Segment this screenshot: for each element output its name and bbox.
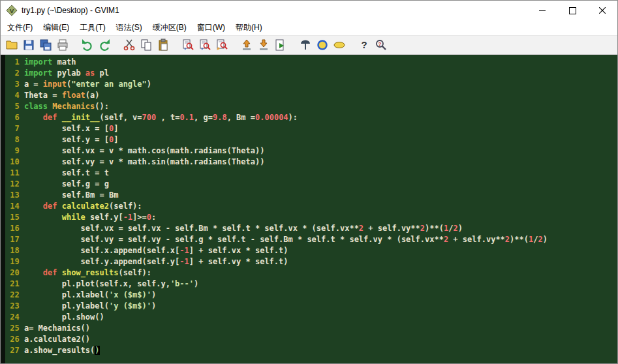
line-number: 1 — [5, 57, 24, 67]
line-number: 8 — [5, 135, 24, 144]
code-area[interactable]: 1 import math 2 import pylab as pl 3 a =… — [5, 55, 617, 363]
line-number: 17 — [5, 235, 24, 244]
build-tags-icon — [316, 38, 329, 52]
code-line[interactable]: 20 def show_results(self): — [5, 267, 617, 279]
find-prev-button[interactable] — [196, 37, 213, 53]
maximize-button[interactable] — [557, 1, 587, 20]
line-number: 14 — [5, 202, 24, 211]
code-line[interactable]: 26 a.calculate2() — [5, 334, 617, 345]
line-number: 4 — [5, 91, 24, 100]
jump-to-tag-button[interactable] — [331, 37, 348, 53]
code-line[interactable]: 5 class Mechanics(): — [5, 101, 617, 112]
line-number: 3 — [5, 80, 24, 89]
save-button[interactable] — [20, 37, 37, 53]
line-number: 21 — [5, 279, 24, 288]
code-line[interactable]: 24 pl.show() — [5, 312, 617, 323]
line-number: 22 — [5, 290, 24, 299]
code-line[interactable]: 10 self.vy = v * math.sin(math.radians(T… — [5, 157, 617, 168]
menu-item-buffers[interactable]: 缓冲区(B) — [147, 20, 192, 35]
code-line[interactable]: 19 self.y.append(self.y[-1] + self.vy * … — [5, 256, 617, 267]
title-bar: V try1.py (~\Desktop) - GVIM1 — [1, 1, 617, 20]
code-line[interactable]: 21 pl.plot(self.x, self.y,'b--') — [5, 279, 617, 290]
menu-item-edit[interactable]: 编辑(E) — [38, 20, 74, 35]
menu-item-tools[interactable]: 工具(T) — [74, 20, 110, 35]
line-number: 6 — [5, 113, 24, 122]
code-line[interactable]: 6 def __init__(self, v=700 , t=0.1, g=9.… — [5, 112, 617, 123]
code-line[interactable]: 11 self.t = t — [5, 168, 617, 179]
make-button[interactable] — [297, 37, 314, 53]
line-number: 15 — [5, 213, 24, 222]
line-number: 10 — [5, 157, 24, 166]
svg-text:?: ? — [361, 39, 367, 50]
code-line[interactable]: 18 self.x.append(self.x[-1] + self.vx * … — [5, 245, 617, 256]
menu-item-help[interactable]: 帮助(H) — [230, 20, 268, 35]
find-replace-icon — [215, 38, 228, 52]
code-line[interactable]: 23 pl.ylabel('y ($m$)') — [5, 301, 617, 312]
find-replace-button[interactable] — [213, 37, 230, 53]
code-line[interactable]: 2 import pylab as pl — [5, 68, 617, 79]
code-line[interactable]: 22 pl.xlabel('x ($m$)') — [5, 290, 617, 301]
code-line[interactable]: 17 self.vy = self.vy - self.g * self.t -… — [5, 234, 617, 245]
window-title: try1.py (~\Desktop) - GVIM1 — [22, 6, 119, 15]
copy-button[interactable] — [138, 37, 155, 53]
window-controls — [527, 1, 617, 20]
redo-icon — [98, 38, 111, 52]
undo-button[interactable] — [79, 37, 96, 53]
line-number: 25 — [5, 324, 24, 333]
paste-button[interactable] — [155, 37, 172, 53]
undo-icon — [81, 38, 94, 52]
find-next-icon — [181, 38, 194, 52]
line-number: 16 — [5, 224, 24, 233]
code-line[interactable]: 13 self.Bm = Bm — [5, 190, 617, 201]
code-line[interactable]: 27 a.show_results() — [5, 345, 617, 356]
menu-item-syntax[interactable]: 语法(S) — [111, 20, 147, 35]
load-session-button[interactable] — [238, 37, 255, 53]
code-line[interactable]: 12 self.g = g — [5, 179, 617, 190]
toolbar: ?? — [1, 35, 617, 55]
code-line[interactable]: 9 self.vx = v * math.cos(math.radians(Th… — [5, 145, 617, 157]
help-button[interactable]: ? — [356, 37, 373, 53]
code-line[interactable]: 15 while self.y[-1]>=0: — [5, 212, 617, 223]
line-number: 7 — [5, 124, 24, 133]
build-tags-button[interactable] — [314, 37, 331, 53]
menu-item-file[interactable]: 文件(F) — [2, 20, 38, 35]
code-line[interactable]: 14 def calculate2(self): — [5, 201, 617, 212]
print-icon — [56, 38, 69, 52]
close-button[interactable] — [587, 1, 617, 20]
menu-item-window[interactable]: 窗口(W) — [192, 20, 230, 35]
line-number: 20 — [5, 268, 24, 277]
code-line[interactable]: 3 a = input("enter an angle") — [5, 79, 617, 90]
help-icon: ? — [358, 38, 371, 52]
code-line[interactable]: 1 import math — [5, 57, 617, 68]
find-help-button[interactable]: ? — [373, 37, 390, 53]
save-all-button[interactable] — [37, 37, 54, 53]
line-number: 27 — [5, 346, 24, 355]
code-line[interactable]: 8 self.y = [0] — [5, 134, 617, 145]
code-line[interactable]: 4 Theta = float(a) — [5, 90, 617, 101]
paste-icon — [157, 38, 170, 52]
line-number: 11 — [5, 168, 24, 177]
redo-button[interactable] — [96, 37, 113, 53]
print-button[interactable] — [54, 37, 71, 53]
open-button[interactable] — [3, 37, 20, 53]
save-all-icon — [39, 38, 52, 52]
editor[interactable]: 1 import math 2 import pylab as pl 3 a =… — [1, 55, 617, 363]
svg-text:V: V — [10, 7, 14, 14]
find-prev-icon — [198, 38, 211, 52]
save-session-button[interactable] — [255, 37, 272, 53]
save-session-icon — [257, 38, 270, 52]
close-icon — [599, 7, 606, 14]
line-number: 13 — [5, 190, 24, 200]
code-line[interactable]: 7 self.x = [0] — [5, 123, 617, 134]
find-next-button[interactable] — [179, 37, 196, 53]
run-script-button[interactable] — [272, 37, 289, 53]
line-number: 26 — [5, 335, 24, 344]
cut-button[interactable] — [121, 37, 138, 53]
code-line[interactable]: 16 self.vx = self.vx - self.Bm * self.t … — [5, 223, 617, 234]
gvim-window: V try1.py (~\Desktop) - GVIM1 文件(F)编辑(E)… — [0, 0, 618, 364]
jump-to-tag-icon — [333, 38, 346, 52]
line-number: 9 — [5, 146, 24, 155]
code-line[interactable]: 25 a= Mechanics() — [5, 323, 617, 334]
minimize-button[interactable] — [527, 1, 557, 20]
run-script-icon — [274, 38, 287, 52]
